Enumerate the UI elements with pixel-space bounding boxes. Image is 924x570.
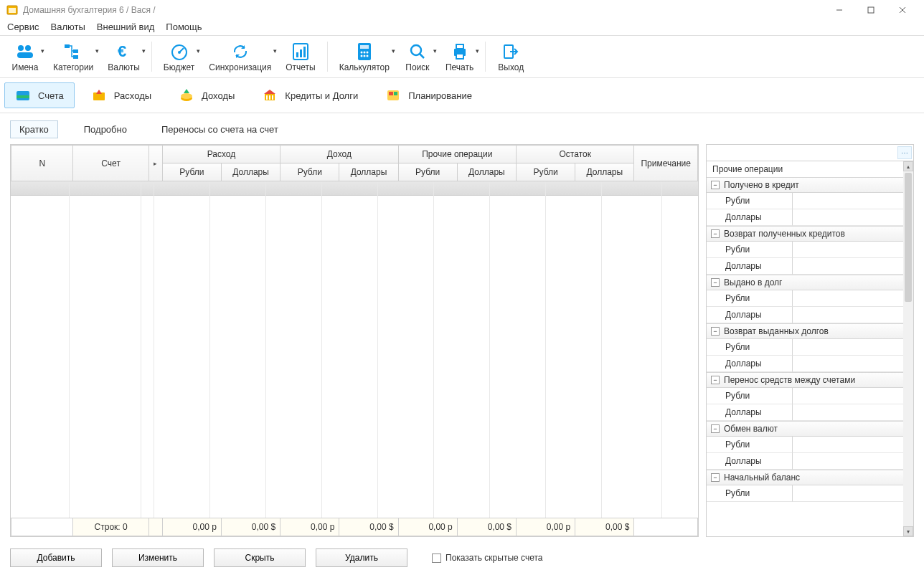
nav-planning[interactable]: Планирование xyxy=(374,82,483,108)
tree-group-head[interactable]: −Возврат полученных кредитов xyxy=(707,226,913,242)
tree-title: Прочие операции xyxy=(707,161,913,177)
svg-rect-32 xyxy=(456,54,463,59)
tree-row[interactable]: Доллары xyxy=(707,258,913,275)
toolbar-label: Имена xyxy=(12,62,39,72)
tree-group-head[interactable]: −Возврат выданных долгов xyxy=(707,323,913,339)
col-note[interactable]: Примечание xyxy=(634,146,698,181)
chevron-down-icon: ▾ xyxy=(476,47,479,54)
toolbar-reports[interactable]: Отчеты xyxy=(278,39,322,75)
titlebar-text: Домашняя бухгалтерия 6 / Вася / xyxy=(23,5,824,15)
tree-row[interactable]: Доллары xyxy=(707,356,913,372)
add-button[interactable]: Добавить xyxy=(10,548,102,567)
delete-button[interactable]: Удалить xyxy=(316,548,407,567)
footer-oth-usd: 0,00 $ xyxy=(457,518,516,536)
scroll-up-icon[interactable]: ▴ xyxy=(903,161,913,171)
tree-group-head[interactable]: −Перенос средств между счетами xyxy=(707,372,913,388)
col-oth-rub[interactable]: Рубли xyxy=(398,163,457,181)
subtab-brief[interactable]: Кратко xyxy=(10,120,58,138)
close-button[interactable] xyxy=(887,0,918,20)
expense-icon xyxy=(91,87,107,103)
tree-row[interactable]: Доллары xyxy=(707,209,913,226)
svg-point-15 xyxy=(178,51,181,54)
toolbar-categories[interactable]: ▾ Категории xyxy=(46,39,100,75)
col-other[interactable]: Прочие операции xyxy=(398,146,516,163)
toolbar-calculator[interactable]: ▾ Калькулятор xyxy=(332,39,397,75)
col-exp-usd[interactable]: Доллары xyxy=(221,163,280,181)
menu-help[interactable]: Помощь xyxy=(166,22,202,32)
tree-row[interactable]: Доллары xyxy=(707,307,913,323)
show-hidden-checkbox[interactable]: Показать скрытые счета xyxy=(432,553,542,563)
col-account[interactable]: Счет xyxy=(73,146,148,181)
menubar: Сервис Валюты Внешний вид Помощь xyxy=(0,20,924,35)
col-oth-usd[interactable]: Доллары xyxy=(457,163,516,181)
subtab-detail[interactable]: Подробно xyxy=(75,121,136,138)
nav-expenses[interactable]: Расходы xyxy=(80,82,162,108)
maximize-button[interactable] xyxy=(855,0,887,20)
bottom-bar: Добавить Изменить Скрыть Удалить Показат… xyxy=(0,543,924,570)
toolbar-label: Поиск xyxy=(405,62,429,72)
tree-row[interactable]: Рубли xyxy=(707,242,913,258)
col-inc-usd[interactable]: Доллары xyxy=(339,163,398,181)
income-icon xyxy=(179,87,194,103)
toolbar-sync[interactable]: ▾ Синхронизация xyxy=(202,39,278,75)
tree-row[interactable]: Рубли xyxy=(707,290,913,307)
tree-row-label: Рубли xyxy=(707,485,793,502)
col-income[interactable]: Доход xyxy=(280,146,398,163)
tree-row[interactable]: Рубли xyxy=(707,339,913,356)
collapse-icon: − xyxy=(711,473,720,482)
hide-button[interactable]: Скрыть xyxy=(214,548,306,567)
toolbar-label: Отчеты xyxy=(286,62,315,72)
scroll-thumb[interactable] xyxy=(905,173,912,302)
col-bal-rub[interactable]: Рубли xyxy=(517,163,575,181)
toolbar-print[interactable]: ▾ Печать xyxy=(438,39,481,75)
tree-group-head[interactable]: −Обмен валют xyxy=(707,421,913,437)
col-expand-arrow[interactable]: ▸ xyxy=(148,146,162,181)
svg-rect-31 xyxy=(456,44,463,49)
tree-row[interactable]: Рубли xyxy=(707,437,913,453)
menu-service[interactable]: Сервис xyxy=(7,22,39,32)
col-expense[interactable]: Расход xyxy=(162,146,280,163)
nav-income[interactable]: Доходы xyxy=(168,82,245,108)
nav-label: Расходы xyxy=(114,90,151,101)
footer-exp-usd: 0,00 $ xyxy=(221,518,280,536)
toolbar-exit[interactable]: Выход xyxy=(490,39,532,75)
tree-row-label: Доллары xyxy=(707,356,793,372)
tree-row[interactable]: Рубли xyxy=(707,388,913,404)
tree-row[interactable]: Доллары xyxy=(707,453,913,470)
tree-group-head[interactable]: −Начальный баланс xyxy=(707,470,913,485)
col-n[interactable]: N xyxy=(11,146,73,181)
col-balance[interactable]: Остаток xyxy=(517,146,634,163)
tree-row[interactable]: Рубли xyxy=(707,485,913,502)
toolbar-budget[interactable]: ▾ Бюджет xyxy=(156,39,202,75)
nav-credits[interactable]: Кредиты и Долги xyxy=(251,82,369,108)
gauge-icon xyxy=(166,41,193,62)
svg-rect-9 xyxy=(65,44,70,48)
tree-group-head[interactable]: −Выдано в долг xyxy=(707,275,913,290)
toolbar-search[interactable]: ▾ Поиск xyxy=(397,39,438,75)
menu-currencies[interactable]: Валюты xyxy=(51,22,85,32)
grid-body[interactable] xyxy=(11,181,698,518)
subtab-transfers[interactable]: Переносы со счета на счет xyxy=(153,121,287,138)
minimize-button[interactable] xyxy=(824,0,855,20)
nav-accounts[interactable]: Счета xyxy=(4,82,75,108)
collapse-icon: − xyxy=(711,229,720,238)
edit-button[interactable]: Изменить xyxy=(112,548,204,567)
menu-appearance[interactable]: Внешний вид xyxy=(97,22,155,32)
tree-row[interactable]: Рубли xyxy=(707,193,913,209)
scroll-down-icon[interactable]: ▾ xyxy=(903,526,913,536)
col-inc-rub[interactable]: Рубли xyxy=(280,163,339,181)
nav-label: Счета xyxy=(38,90,64,101)
toolbar-currencies[interactable]: € ▾ Валюты xyxy=(100,39,147,75)
svg-rect-11 xyxy=(73,55,78,59)
col-exp-rub[interactable]: Рубли xyxy=(162,163,221,181)
panel-options-button[interactable]: ⋯ xyxy=(897,146,912,159)
chart-icon xyxy=(287,41,314,62)
scrollbar[interactable]: ▴ ▾ xyxy=(903,161,913,536)
svg-point-27 xyxy=(366,55,368,57)
toolbar-names[interactable]: ▾ Имена xyxy=(4,39,46,75)
svg-rect-3 xyxy=(868,7,874,13)
tree-group-head[interactable]: −Получено в кредит xyxy=(707,177,913,193)
tree-row[interactable]: Доллары xyxy=(707,404,913,421)
col-bal-usd[interactable]: Доллары xyxy=(575,163,634,181)
svg-point-26 xyxy=(363,55,365,57)
